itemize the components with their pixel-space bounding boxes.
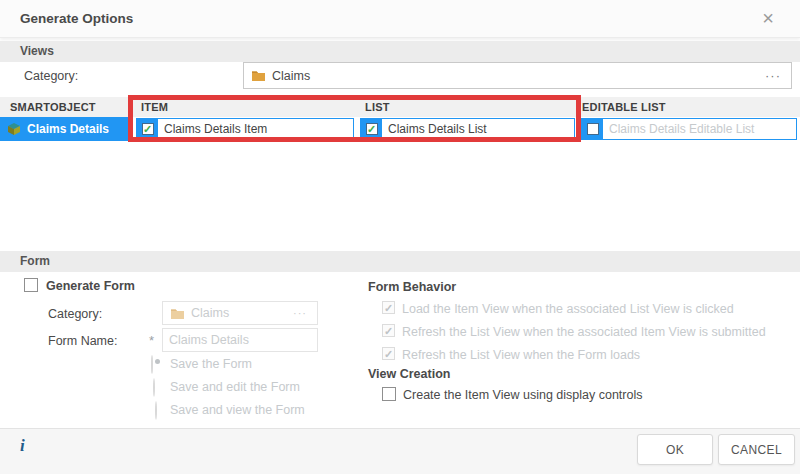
views-category-browse-button[interactable]: ··· bbox=[755, 68, 791, 83]
grid-header-smartobject: SMARTOBJECT bbox=[10, 97, 96, 117]
grid-header-list: LIST bbox=[365, 97, 390, 117]
cancel-button[interactable]: CANCEL bbox=[718, 434, 795, 465]
save-form-label: Save the Form bbox=[170, 357, 252, 371]
form-name-input: Claims Details bbox=[162, 328, 318, 352]
dialog-title: Generate Options bbox=[20, 11, 133, 26]
generate-form-checkbox[interactable] bbox=[24, 278, 38, 292]
list-view-name-input[interactable] bbox=[382, 119, 574, 139]
close-icon[interactable]: × bbox=[762, 8, 774, 28]
load-item-view-checkbox: ✓ bbox=[382, 301, 395, 314]
generate-form-label: Generate Form bbox=[46, 279, 135, 293]
create-item-view-checkbox[interactable] bbox=[382, 387, 396, 401]
save-view-form-label: Save and view the Form bbox=[170, 403, 305, 417]
save-view-form-radio bbox=[155, 401, 157, 420]
smartobject-cell[interactable]: Claims Details bbox=[0, 117, 133, 141]
grid-header-item: ITEM bbox=[141, 97, 168, 117]
editable-list-cell bbox=[581, 118, 797, 140]
grid-header-editable-list: EDITABLE LIST bbox=[582, 97, 666, 117]
views-section-header: Views bbox=[0, 41, 800, 62]
form-category-browse-button: ··· bbox=[283, 307, 317, 319]
smartobject-row: Claims Details ✓ ✓ bbox=[0, 117, 800, 141]
form-name-value: Claims Details bbox=[163, 333, 317, 347]
save-form-radio bbox=[151, 355, 153, 374]
editable-list-checkbox-strip bbox=[582, 119, 603, 139]
item-view-name-input[interactable] bbox=[158, 119, 353, 139]
refresh-list-on-submit-checkbox: ✓ bbox=[382, 324, 395, 337]
required-asterisk-icon: * bbox=[149, 333, 154, 348]
save-edit-form-label: Save and edit the Form bbox=[170, 380, 300, 394]
views-category-value: Claims bbox=[266, 69, 755, 83]
editable-list-name-input[interactable] bbox=[603, 119, 796, 139]
form-category-label: Category: bbox=[48, 307, 102, 321]
view-creation-heading: View Creation bbox=[368, 367, 450, 381]
ok-button[interactable]: OK bbox=[637, 434, 713, 465]
grid-header-row: SMARTOBJECT ITEM LIST EDITABLE LIST bbox=[0, 97, 800, 117]
form-section-header: Form bbox=[0, 251, 800, 272]
form-behavior-heading: Form Behavior bbox=[368, 280, 456, 294]
form-category-input: Claims ··· bbox=[162, 301, 318, 325]
editable-list-checkbox[interactable] bbox=[587, 123, 599, 135]
folder-icon bbox=[170, 307, 185, 320]
views-category-input[interactable]: Claims ··· bbox=[243, 62, 792, 89]
list-view-checkbox[interactable]: ✓ bbox=[366, 123, 378, 135]
form-category-value: Claims bbox=[185, 306, 283, 320]
refresh-list-on-load-label: Refresh the List View when the Form load… bbox=[402, 348, 640, 362]
save-edit-form-radio bbox=[153, 378, 155, 397]
create-item-view-label: Create the Item View using display contr… bbox=[403, 388, 642, 402]
list-checkbox-strip: ✓ bbox=[361, 119, 382, 139]
smartobject-cube-icon bbox=[7, 122, 21, 136]
list-view-cell: ✓ bbox=[360, 118, 575, 140]
form-name-label: Form Name: bbox=[48, 334, 117, 348]
generate-options-dialog: Generate Options × Views Category: Claim… bbox=[0, 0, 800, 474]
folder-icon bbox=[251, 69, 266, 82]
item-checkbox-strip: ✓ bbox=[137, 119, 158, 139]
views-category-label: Category: bbox=[24, 69, 78, 83]
item-view-checkbox[interactable]: ✓ bbox=[142, 123, 154, 135]
smartobject-name: Claims Details bbox=[27, 122, 109, 136]
info-icon: i bbox=[20, 436, 25, 456]
refresh-list-on-load-checkbox: ✓ bbox=[382, 347, 395, 360]
load-item-view-label: Load the Item View when the associated L… bbox=[402, 302, 734, 316]
refresh-list-on-submit-label: Refresh the List View when the associate… bbox=[402, 325, 766, 339]
item-view-cell: ✓ bbox=[136, 118, 354, 140]
